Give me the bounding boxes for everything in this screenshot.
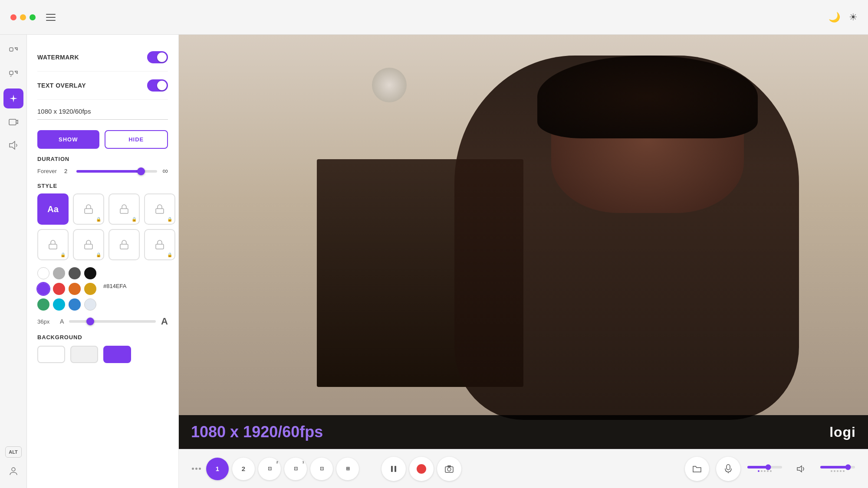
maximize-button[interactable] xyxy=(30,14,36,20)
color-purple[interactable] xyxy=(37,283,49,295)
svg-rect-13 xyxy=(391,466,393,472)
sidebar-item-nav2[interactable]: 2 xyxy=(3,65,23,85)
moon-icon[interactable]: 🌙 xyxy=(829,12,840,23)
volume-level-slider[interactable] xyxy=(820,466,855,472)
svg-rect-14 xyxy=(395,466,396,472)
color-red[interactable] xyxy=(53,283,65,295)
overlay-text: 1080 x 1920/60fps xyxy=(191,423,323,441)
pip-icon-4: ⊞ xyxy=(346,466,350,472)
color-light[interactable] xyxy=(84,298,96,311)
color-black[interactable] xyxy=(84,267,96,279)
audio-level-slider[interactable] xyxy=(747,466,782,472)
view-btn-2[interactable]: 2 xyxy=(232,458,255,480)
sidebar-item-nav1[interactable] xyxy=(3,42,23,62)
sidebar-item-sparkle[interactable] xyxy=(3,88,23,108)
watermark-toggle[interactable] xyxy=(147,51,168,63)
resolution-input[interactable] xyxy=(37,103,168,120)
view-btn-pip-2[interactable]: ⊡ 1 xyxy=(284,458,307,480)
right-controls xyxy=(685,457,855,481)
audio-dots xyxy=(758,470,772,472)
minimize-button[interactable] xyxy=(20,14,26,20)
duration-slider[interactable] xyxy=(76,170,157,173)
pause-icon xyxy=(390,465,398,473)
color-yellow[interactable] xyxy=(84,283,96,295)
color-dark-gray[interactable] xyxy=(69,267,81,279)
svg-point-5 xyxy=(12,468,15,471)
font-slider-track xyxy=(69,320,156,323)
style-item-2[interactable]: 1 xyxy=(73,193,104,225)
left-panel: WATERMARK TEXT OVERLAY SHOW HIDE DURATIO… xyxy=(27,35,179,488)
background-options-row xyxy=(37,346,168,363)
view-btn-pip-4[interactable]: ⊞ xyxy=(336,458,359,480)
color-gray[interactable] xyxy=(53,267,65,279)
view-btn-pip-3[interactable]: ⊡ xyxy=(310,458,333,480)
volume-button[interactable] xyxy=(789,457,813,481)
slider-fill xyxy=(76,170,141,173)
slider-thumb[interactable] xyxy=(137,167,145,175)
style-item-1[interactable]: Aa xyxy=(37,193,69,225)
style-item-4[interactable]: + xyxy=(144,193,175,225)
sidebar-item-alt[interactable]: ALT xyxy=(5,446,22,458)
pip-icon-2: ⊡ xyxy=(294,466,298,472)
style-item-3[interactable] xyxy=(108,193,140,225)
font-size-slider[interactable] xyxy=(69,320,156,323)
color-teal[interactable] xyxy=(53,298,65,311)
dot-1 xyxy=(192,468,194,470)
sun-icon[interactable]: ☀ xyxy=(849,12,858,23)
color-blue[interactable] xyxy=(69,298,81,311)
style-item-8[interactable] xyxy=(144,229,175,260)
mic-button[interactable] xyxy=(716,457,740,481)
mic-icon xyxy=(724,464,732,474)
dot-menu[interactable] xyxy=(192,468,201,470)
sidebar-item-camera[interactable] xyxy=(3,112,23,132)
logi-logo: logi xyxy=(829,424,856,440)
svg-marker-20 xyxy=(797,466,802,472)
vol-dot-1 xyxy=(831,470,832,472)
view-btn-1[interactable]: 1 xyxy=(206,458,229,480)
sidebar-item-user[interactable] xyxy=(3,461,23,481)
text-overlay-label: TEXT OVERLAY xyxy=(37,82,86,89)
hide-button[interactable]: HIDE xyxy=(105,130,168,149)
view-controls: 1 2 ⊡ 2 ⊡ 1 ⊡ ⊞ xyxy=(206,458,359,480)
color-row-2: #814EFA xyxy=(37,283,168,295)
svg-rect-10 xyxy=(85,244,92,249)
svg-rect-7 xyxy=(120,209,128,213)
style-item-5[interactable] xyxy=(37,229,69,260)
record-button[interactable] xyxy=(409,457,434,481)
main-content: 1080 x 1920/60fps logi 1 2 ⊡ 2 ⊡ xyxy=(179,35,868,488)
color-green[interactable] xyxy=(37,298,49,311)
svg-point-16 xyxy=(447,468,451,471)
folder-icon xyxy=(692,465,702,473)
audio-track xyxy=(747,466,782,468)
pip-sub-1: 2 xyxy=(276,460,278,464)
watermark-label: WATERMARK xyxy=(37,54,79,61)
color-orange[interactable] xyxy=(69,283,81,295)
style-item-7[interactable] xyxy=(108,229,140,260)
screenshot-button[interactable] xyxy=(437,457,461,481)
svg-marker-4 xyxy=(10,141,15,149)
sidebar-item-volume[interactable] xyxy=(3,135,23,155)
view-btn-pip-left[interactable]: ⊡ 2 xyxy=(258,458,281,480)
style-item-6[interactable] xyxy=(73,229,104,260)
font-size-value: 36px xyxy=(37,318,55,325)
show-button[interactable]: SHOW xyxy=(37,130,99,149)
text-overlay-toggle[interactable] xyxy=(147,79,168,92)
style-grid: Aa 1 + xyxy=(37,193,168,260)
hex-value-label: #814EFA xyxy=(103,283,127,295)
bg-option-2[interactable] xyxy=(70,346,98,363)
dot-5 xyxy=(770,470,772,472)
folder-button[interactable] xyxy=(685,457,709,481)
font-slider-thumb[interactable] xyxy=(86,318,94,325)
vol-dot-3 xyxy=(837,470,838,472)
pause-button[interactable] xyxy=(381,457,406,481)
pip-sub-2: 1 xyxy=(302,460,304,464)
bg-option-1[interactable] xyxy=(37,346,65,363)
text-overlay-row: TEXT OVERLAY xyxy=(37,72,168,100)
title-bar-right: 🌙 ☀ xyxy=(829,12,858,23)
infinity-icon: ∞ xyxy=(162,167,168,176)
close-button[interactable] xyxy=(10,14,16,20)
bg-option-3[interactable] xyxy=(103,346,131,363)
color-white[interactable] xyxy=(37,267,49,279)
svg-rect-17 xyxy=(447,465,451,467)
hamburger-menu[interactable] xyxy=(46,10,60,24)
